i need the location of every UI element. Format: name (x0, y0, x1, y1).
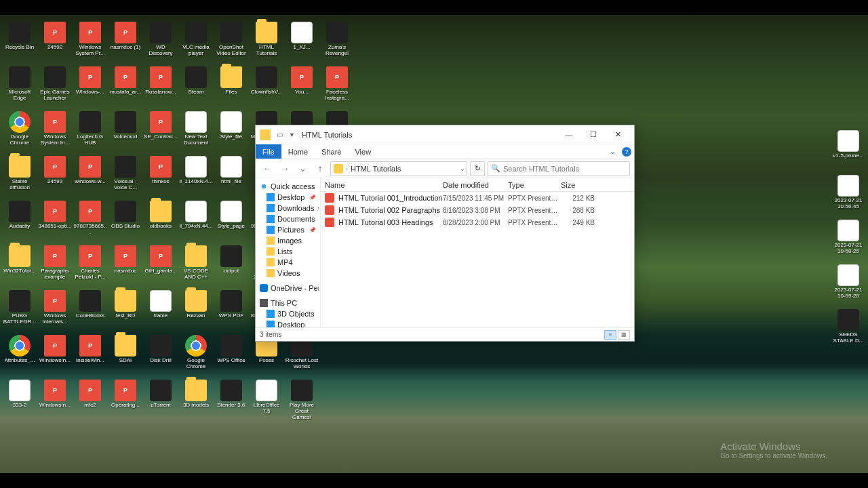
desktop-icon[interactable]: 2023-07-21 10-58-25 (831, 218, 865, 262)
desktop-icon[interactable]: Recycle Bin (3, 20, 37, 64)
desktop-icon[interactable]: uTorrent (144, 378, 178, 422)
nav-item[interactable]: 3D Objects (257, 308, 319, 319)
desktop-icon[interactable]: VLC media player (179, 20, 213, 64)
maximize-button[interactable]: ☐ (581, 125, 606, 144)
desktop-icon[interactable]: HTML Tutorials (250, 20, 283, 64)
desktop-icon[interactable]: VS CODE AND C++ (179, 244, 213, 287)
desktop-icon[interactable]: Disk Drill (144, 333, 178, 377)
view-details-button[interactable]: ≡ (604, 330, 616, 340)
navigation-pane[interactable]: Quick access Desktop 📌 Downloads 📌 Docum… (256, 178, 321, 327)
search-input[interactable] (503, 165, 627, 173)
desktop-icon[interactable]: CodeBlocks (73, 289, 107, 332)
nav-this-pc[interactable]: This PC (257, 298, 319, 308)
desktop-icon[interactable]: P Windows Internals... (38, 289, 72, 332)
desktop-icon[interactable]: P nasmdoc (1) (108, 20, 142, 64)
forward-button[interactable]: → (277, 161, 292, 176)
desktop-icon[interactable]: P Windows-... (73, 65, 107, 108)
col-size[interactable]: Size (561, 181, 595, 189)
desktop[interactable]: Recycle Bin Microsoft Edge Google Chrome… (0, 15, 868, 473)
desktop-icon[interactable]: 333-2 (3, 378, 37, 422)
desktop-icon[interactable]: P Windows System Pr... (73, 20, 107, 64)
desktop-icon[interactable]: WPS PDF (214, 289, 248, 332)
desktop-icon[interactable]: OpenShot Video Editor (214, 20, 248, 64)
address-bar[interactable]: › HTML Tutorials ⌄ (330, 161, 467, 176)
nav-item[interactable]: Documents 📌 (257, 214, 319, 224)
desktop-icon[interactable]: Voice.ai - Voice C... (108, 155, 142, 198)
desktop-icon[interactable]: Stable diffusion (3, 155, 37, 198)
desktop-icon[interactable]: P Faceless Instagra... (320, 65, 354, 108)
desktop-icon[interactable]: WPS Office (214, 333, 248, 377)
desktop-icon[interactable]: New Text Document (179, 110, 213, 153)
nav-item[interactable]: Pictures 📌 (257, 224, 319, 235)
column-headers[interactable]: Name Date modified Type Size (321, 178, 634, 192)
desktop-icon[interactable]: Attributes_... (3, 333, 37, 377)
desktop-icon[interactable]: WD Discovery (144, 20, 178, 64)
desktop-icon[interactable]: output (214, 244, 248, 287)
desktop-icon[interactable]: Google Chrome (179, 333, 213, 377)
desktop-icon[interactable]: P WindowsIn... (38, 333, 72, 377)
nav-quick-access[interactable]: Quick access (257, 181, 319, 192)
desktop-icon[interactable]: Razvan (179, 289, 213, 332)
nav-item[interactable]: Downloads 📌 (257, 203, 319, 214)
view-thumbnails-button[interactable]: ▦ (618, 330, 630, 340)
desktop-icon[interactable]: v1-5-prune... (831, 129, 865, 172)
desktop-icon[interactable]: P 348851-opti... (38, 199, 72, 243)
desktop-icon[interactable]: html_file (214, 155, 248, 198)
file-row[interactable]: HTML Tutorial 002 Paragraphs 8/16/2023 3… (321, 204, 634, 216)
desktop-icon[interactable]: P Russianow... (144, 65, 178, 108)
tab-file[interactable]: File (256, 144, 281, 159)
desktop-icon[interactable]: OBS Studio (108, 199, 142, 243)
tab-share[interactable]: Share (315, 144, 348, 159)
desktop-icon[interactable]: P Paragraphs example (38, 244, 72, 287)
nav-item[interactable]: Videos (257, 268, 319, 279)
nav-item[interactable]: Desktop 📌 (257, 192, 319, 203)
desktop-icon[interactable]: 1_XJ... (285, 20, 319, 64)
desktop-icon[interactable]: test_BD (108, 289, 142, 332)
desktop-icon[interactable]: Win32Tutor... (3, 244, 37, 287)
file-row[interactable]: HTML Tutorial 003 Headings 8/28/2023 2:0… (321, 216, 634, 228)
file-list[interactable]: HTML Tutorial 001_Introduction 7/15/2023… (321, 192, 634, 327)
desktop-icon[interactable]: P Operating... (108, 378, 142, 422)
desktop-icon[interactable]: SEEDS STABLE D... (831, 308, 865, 351)
refresh-button[interactable]: ↻ (470, 161, 485, 176)
help-icon[interactable]: ? (622, 147, 631, 157)
address-dropdown-icon[interactable]: ⌄ (460, 165, 465, 172)
desktop-icon[interactable]: PUBG BATTLEGR... (3, 289, 37, 332)
desktop-icon[interactable]: Zuma's Revenge! (320, 20, 354, 64)
desktop-icon[interactable]: P windows-w... (73, 155, 107, 198)
desktop-icon[interactable]: P SE_Contrac... (144, 110, 178, 153)
desktop-icon[interactable]: P mfc2 (73, 378, 107, 422)
desktop-icon[interactable]: P GIH_gamla... (144, 244, 178, 287)
recent-locations-button[interactable]: ⌄ (295, 161, 310, 176)
back-button[interactable]: ← (260, 161, 275, 176)
desktop-icon[interactable]: Style_page (214, 199, 248, 243)
desktop-icon[interactable]: 2023-07-21 10-56-45 (831, 174, 865, 217)
desktop-icon[interactable]: P You... (285, 65, 319, 108)
desktop-icon[interactable]: Blender 3.6 (214, 378, 248, 422)
nav-item[interactable]: Lists (257, 246, 319, 257)
col-name[interactable]: Name (325, 181, 443, 189)
desktop-icon[interactable]: P Charles Petzold - P... (73, 244, 107, 287)
nav-item[interactable]: Desktop (257, 319, 319, 327)
desktop-icon[interactable]: 3D models (179, 378, 213, 422)
desktop-icon[interactable]: Steam (179, 65, 213, 108)
up-button[interactable]: ↑ (313, 161, 328, 176)
desktop-icon[interactable]: Play More Great Games! (285, 378, 319, 422)
desktop-icon[interactable]: Style_file (214, 110, 248, 153)
desktop-icon[interactable]: Audacity (3, 199, 37, 243)
desktop-icon[interactable]: ClownfishV... (250, 65, 283, 108)
tab-view[interactable]: View (348, 144, 378, 159)
search-box[interactable]: 🔍 (488, 161, 630, 176)
desktop-icon[interactable]: SDAI (108, 333, 142, 377)
desktop-icon[interactable]: 2023-07-21 10-59-28 (831, 263, 865, 306)
qat-properties-icon[interactable]: ▭ (275, 130, 284, 140)
desktop-icon[interactable]: LibreOffice 7.5 (250, 378, 283, 422)
desktop-icon[interactable]: Google Chrome (3, 110, 37, 153)
breadcrumb-current[interactable]: HTML Tutorials (351, 165, 401, 173)
minimize-button[interactable]: — (557, 125, 581, 144)
tab-home[interactable]: Home (281, 144, 315, 159)
desktop-icon[interactable]: P nasmdoc (108, 244, 142, 287)
file-row[interactable]: HTML Tutorial 001_Introduction 7/15/2023… (321, 192, 634, 204)
desktop-icon[interactable]: P 9780735665... (73, 199, 107, 243)
desktop-icon[interactable]: P InsideWin... (73, 333, 107, 377)
